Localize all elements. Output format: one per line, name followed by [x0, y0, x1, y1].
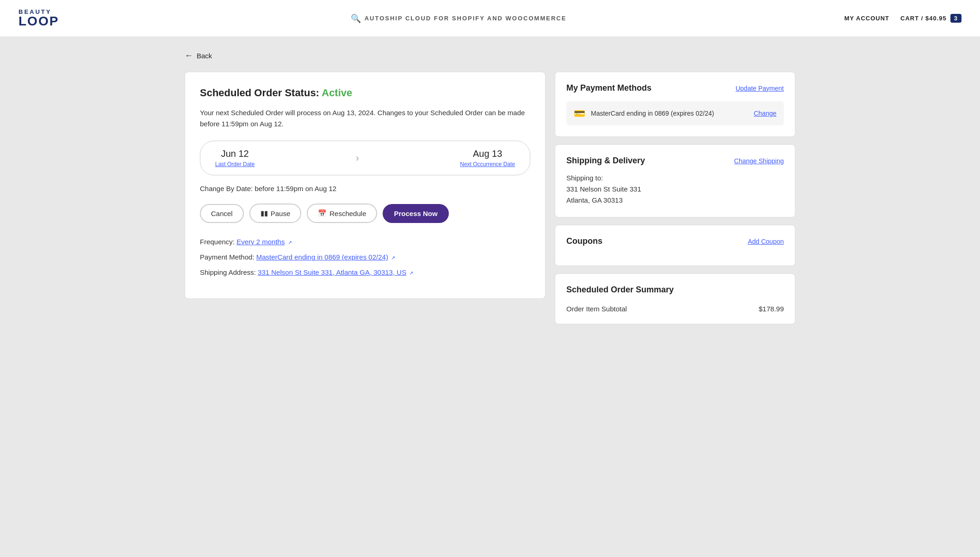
my-account-link[interactable]: MY ACCOUNT [844, 15, 889, 22]
last-order-date-item: Jun 12 Last Order Date [215, 149, 254, 167]
search-label: AUTOSHIP CLOUD FOR SHOPIFY AND WOOCOMMER… [365, 15, 567, 22]
order-summary-card: Scheduled Order Summary Order Item Subto… [555, 273, 795, 324]
date-arrow-icon: › [356, 152, 359, 164]
back-arrow-icon: ← [185, 51, 193, 61]
payment-methods-card: My Payment Methods Update Payment 💳 Mast… [555, 72, 795, 137]
payment-row: 💳 MasterCard ending in 0869 (expires 02/… [566, 101, 784, 125]
payment-card-info: MasterCard ending in 0869 (expires 02/24… [591, 110, 748, 117]
payment-method-row: Payment Method: MasterCard ending in 086… [200, 253, 530, 261]
reschedule-button[interactable]: 📅 Reschedule [307, 204, 377, 223]
payment-prefix: Payment Method: [200, 253, 256, 261]
pause-icon: ▮▮ [261, 209, 268, 217]
back-label: Back [197, 52, 212, 60]
shipping-delivery-card: Shipping & Delivery Change Shipping Ship… [555, 144, 795, 217]
scheduled-order-panel: Scheduled Order Status: Active Your next… [185, 72, 546, 299]
update-payment-link[interactable]: Update Payment [736, 85, 784, 92]
right-panel: My Payment Methods Update Payment 💳 Mast… [555, 72, 795, 324]
frequency-prefix: Frequency: [200, 238, 236, 246]
shipping-external-icon: ↗ [409, 270, 413, 276]
payment-change-link[interactable]: Change [754, 110, 776, 117]
payment-methods-header: My Payment Methods Update Payment [566, 83, 784, 93]
coupons-header: Coupons Add Coupon [566, 236, 784, 246]
status-active: Active [322, 87, 352, 99]
cart-label: CART / $40.95 [900, 15, 947, 22]
header-search-area: 🔍 AUTOSHIP CLOUD FOR SHOPIFY AND WOOCOMM… [82, 13, 835, 24]
pause-label: Pause [271, 210, 291, 217]
main-layout: Scheduled Order Status: Active Your next… [185, 72, 795, 324]
change-by-date: Change By Date: before 11:59pm on Aug 12 [200, 185, 530, 192]
change-shipping-link[interactable]: Change Shipping [734, 157, 784, 165]
payment-link[interactable]: MasterCard ending in 0869 (expires 02/24… [256, 253, 388, 261]
next-occurrence-date-item: Aug 13 Next Occurrence Date [460, 149, 515, 167]
cancel-button[interactable]: Cancel [200, 204, 244, 223]
order-subtotal-row: Order Item Subtotal $178.99 [566, 303, 784, 313]
shipping-prefix: Shipping Address: [200, 268, 258, 276]
process-now-button[interactable]: Process Now [383, 204, 448, 223]
payment-external-icon: ↗ [391, 255, 395, 260]
frequency-link[interactable]: Every 2 months [236, 238, 285, 246]
title-prefix: Scheduled Order Status: [200, 87, 322, 99]
coupons-card: Coupons Add Coupon [555, 225, 795, 266]
calendar-icon: 📅 [318, 209, 327, 217]
page-content: ← Back Scheduled Order Status: Active Yo… [166, 37, 814, 338]
cart-count: 3 [950, 14, 961, 23]
frequency-external-icon: ↗ [288, 240, 292, 245]
credit-card-icon: 💳 [574, 108, 585, 119]
scheduled-status-title: Scheduled Order Status: Active [200, 87, 530, 99]
subtotal-label: Order Item Subtotal [566, 305, 627, 313]
pause-button[interactable]: ▮▮ Pause [249, 204, 302, 223]
subtotal-value: $178.99 [759, 305, 784, 313]
logo-loop: LOOP [19, 15, 59, 28]
order-summary-header: Scheduled Order Summary [566, 285, 784, 295]
shipping-address-line2: Atlanta, GA 30313 [566, 195, 784, 206]
shipping-to-label: Shipping to: [566, 174, 784, 182]
shipping-header: Shipping & Delivery Change Shipping [566, 156, 784, 166]
shipping-link[interactable]: 331 Nelson St Suite 331, Atlanta GA, 303… [258, 268, 406, 276]
site-logo[interactable]: BEAUTY LOOP [19, 9, 59, 28]
back-link[interactable]: ← Back [185, 51, 795, 61]
payment-methods-title: My Payment Methods [566, 83, 651, 93]
reschedule-label: Reschedule [329, 210, 366, 217]
cart-button[interactable]: CART / $40.95 3 [900, 14, 961, 23]
coupons-title: Coupons [566, 236, 602, 246]
add-coupon-link[interactable]: Add Coupon [748, 238, 784, 245]
shipping-address-row: Shipping Address: 331 Nelson St Suite 33… [200, 268, 530, 276]
action-buttons: Cancel ▮▮ Pause 📅 Reschedule Process Now [200, 204, 530, 223]
scheduled-description: Your next Scheduled Order will process o… [200, 107, 530, 130]
next-occurrence-date-label[interactable]: Next Occurrence Date [460, 161, 515, 167]
frequency-row: Frequency: Every 2 months ↗ [200, 238, 530, 246]
header-right: MY ACCOUNT CART / $40.95 3 [844, 14, 961, 23]
site-header: BEAUTY LOOP 🔍 AUTOSHIP CLOUD FOR SHOPIFY… [0, 0, 980, 37]
shipping-title: Shipping & Delivery [566, 156, 645, 166]
last-order-date-value: Jun 12 [221, 149, 249, 159]
shipping-address-line1: 331 Nelson St Suite 331 [566, 184, 784, 195]
date-range-box: Jun 12 Last Order Date › Aug 13 Next Occ… [200, 141, 530, 175]
next-occurrence-date-value: Aug 13 [473, 149, 502, 159]
search-icon[interactable]: 🔍 [351, 13, 361, 24]
order-summary-title: Scheduled Order Summary [566, 285, 674, 295]
last-order-date-label[interactable]: Last Order Date [215, 161, 254, 167]
